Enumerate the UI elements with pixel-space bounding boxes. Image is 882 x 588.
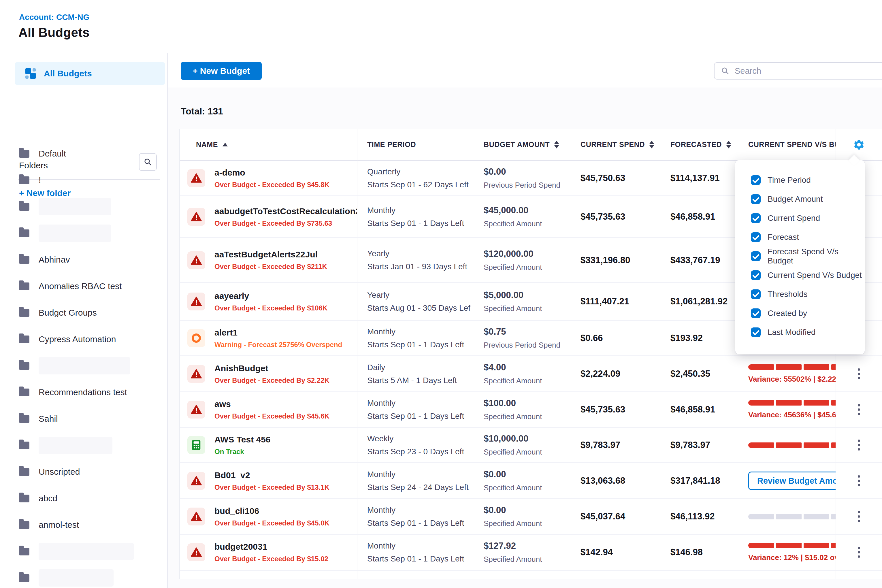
budget-status-icon-box bbox=[188, 365, 205, 383]
budget-amount-type: Previous Period Spend bbox=[484, 341, 566, 350]
column-menu-item-label: Forecast Spend V/s Budget bbox=[768, 247, 865, 266]
budget-name[interactable]: alert1 bbox=[214, 328, 342, 338]
row-menu-kebab-icon[interactable] bbox=[855, 472, 863, 489]
review-budget-amount-button[interactable]: Review Budget Amou bbox=[748, 471, 836, 490]
checked-checkbox-icon[interactable] bbox=[751, 290, 760, 299]
checked-checkbox-icon[interactable] bbox=[751, 270, 760, 280]
budget-status-icon-box bbox=[188, 329, 205, 347]
table-row[interactable]: AWS Test 456 On Track Weekly Starts Sep … bbox=[180, 428, 882, 463]
sort-icon[interactable] bbox=[650, 141, 654, 148]
budget-name[interactable]: a-demo bbox=[214, 168, 330, 177]
forecasted-value: $114,137.91 bbox=[670, 173, 720, 183]
folder-item[interactable]: Cypress Automation bbox=[0, 326, 166, 352]
column-menu-item[interactable]: Forecast Spend V/s Budget bbox=[735, 247, 865, 266]
folder-item[interactable] bbox=[0, 432, 166, 459]
column-menu-item[interactable]: Current Spend V/s Budget bbox=[735, 266, 865, 285]
checked-checkbox-icon[interactable] bbox=[751, 308, 760, 318]
table-header-row: NAME TIME PERIOD BUDGET AMOUNT CURRENT S… bbox=[180, 129, 882, 161]
budget-amount-value: $100.00 bbox=[484, 398, 566, 408]
checked-checkbox-icon[interactable] bbox=[751, 175, 760, 185]
checked-checkbox-icon[interactable] bbox=[751, 251, 760, 261]
table-row[interactable]: Bd01_v2 Over Budget - Exceeded By $13.1K… bbox=[180, 463, 882, 499]
sidebar-item-all-budgets[interactable]: All Budgets bbox=[15, 62, 165, 85]
row-menu-kebab-icon[interactable] bbox=[855, 401, 863, 418]
folder-item[interactable]: abcd bbox=[0, 485, 166, 512]
column-menu-item[interactable]: Last Modified bbox=[735, 323, 865, 342]
period-type: Monthly bbox=[367, 541, 470, 550]
folder-item[interactable] bbox=[0, 538, 166, 565]
folder-name: Default bbox=[39, 149, 66, 159]
budget-usage-bar bbox=[748, 514, 836, 519]
column-menu-item[interactable]: Forecast bbox=[735, 228, 865, 247]
column-header-time-period[interactable]: TIME PERIOD bbox=[357, 140, 470, 149]
row-menu-kebab-icon[interactable] bbox=[855, 544, 863, 561]
folder-item[interactable]: ! bbox=[0, 167, 166, 194]
folder-name: Recommendations test bbox=[39, 387, 127, 397]
folder-item[interactable]: Anomalies RBAC test bbox=[0, 273, 166, 300]
budget-search-box[interactable] bbox=[714, 62, 882, 80]
budget-name[interactable]: aabudgetToTestCostRecalculation2 bbox=[214, 206, 357, 216]
folder-item[interactable]: Sahil bbox=[0, 405, 166, 432]
budget-name[interactable]: aws bbox=[214, 399, 330, 409]
forecasted-cell: $114,137.91 bbox=[658, 161, 738, 195]
column-menu-item[interactable]: Budget Amount bbox=[735, 190, 865, 208]
folder-item[interactable]: Abhinav bbox=[0, 246, 166, 273]
budget-name[interactable]: Bd01_v2 bbox=[214, 470, 330, 480]
sort-icon[interactable] bbox=[554, 141, 559, 148]
column-header-forecasted[interactable]: FORECASTED bbox=[658, 140, 738, 149]
column-settings[interactable] bbox=[836, 139, 882, 151]
table-row[interactable]: bud_cli106 Over Budget - Exceeded By $45… bbox=[180, 499, 882, 535]
folder-item[interactable]: anmol-test bbox=[0, 512, 166, 538]
table-row[interactable]: aws Over Budget - Exceeded By $45.6K Mon… bbox=[180, 392, 882, 428]
folder-item[interactable]: Recommendations test bbox=[0, 379, 166, 405]
budget-name[interactable]: AWS Test 456 bbox=[214, 435, 271, 444]
account-breadcrumb-link[interactable]: Account: CCM-NG bbox=[19, 13, 89, 22]
row-actions-cell bbox=[836, 428, 882, 462]
budget-name[interactable]: AnishBudget bbox=[214, 363, 330, 373]
budget-status: Over Budget - Exceeded By $106K bbox=[214, 304, 327, 312]
folder-item[interactable] bbox=[0, 565, 166, 588]
budget-name[interactable]: bud_cli106 bbox=[214, 506, 330, 516]
column-menu-item[interactable]: Thresholds bbox=[735, 285, 865, 304]
row-menu-kebab-icon[interactable] bbox=[855, 436, 863, 453]
column-header-budget-amount[interactable]: BUDGET AMOUNT bbox=[470, 140, 566, 149]
folder-item[interactable]: Budget Groups bbox=[0, 300, 166, 326]
name-status-stack: aabudgetToTestCostRecalculation2 Over Bu… bbox=[214, 206, 357, 227]
column-header-spend-vs-budget[interactable]: CURRENT SPEND V/S BUDGE bbox=[738, 140, 836, 149]
budget-name[interactable]: budget20031 bbox=[214, 542, 328, 552]
column-menu-item[interactable]: Current Spend bbox=[735, 208, 865, 228]
sort-icon[interactable] bbox=[726, 141, 731, 148]
checked-checkbox-icon[interactable] bbox=[751, 194, 760, 204]
budget-amount-type: Specified Amount bbox=[484, 412, 566, 421]
table-row[interactable]: budget20031 Over Budget - Exceeded By $1… bbox=[180, 535, 882, 571]
budget-name-cell: aabudgetToTestCostRecalculation2 Over Bu… bbox=[180, 196, 357, 237]
checked-checkbox-icon[interactable] bbox=[751, 213, 760, 223]
column-header-current-spend[interactable]: CURRENT SPEND bbox=[566, 140, 658, 149]
forecasted-value: $146.98 bbox=[670, 547, 703, 558]
row-menu-kebab-icon[interactable] bbox=[855, 366, 863, 382]
row-menu-kebab-icon[interactable] bbox=[855, 508, 863, 525]
table-row[interactable]: AnishBudget Over Budget - Exceeded By $2… bbox=[180, 356, 882, 392]
budget-search-input[interactable] bbox=[734, 66, 862, 76]
column-menu-item[interactable]: Created by bbox=[735, 304, 865, 323]
gear-icon[interactable] bbox=[853, 139, 865, 151]
row-actions-cell bbox=[836, 356, 882, 392]
budget-amount-type: Specified Amount bbox=[484, 376, 566, 386]
folder-item[interactable] bbox=[0, 220, 166, 246]
folder-item[interactable] bbox=[0, 194, 166, 220]
budget-name-cell: budget20031 Over Budget - Exceeded By $1… bbox=[180, 535, 357, 570]
budget-name[interactable]: aayearly bbox=[214, 291, 327, 301]
budget-amount-cell: $120,000.00 Specified Amount bbox=[470, 238, 566, 282]
folder-item[interactable] bbox=[0, 352, 166, 379]
folder-item[interactable]: Unscripted bbox=[0, 459, 166, 485]
sidebar-all-budgets-label: All Budgets bbox=[44, 69, 92, 78]
column-menu-item[interactable]: Time Period bbox=[735, 171, 865, 190]
new-budget-button[interactable]: + New Budget bbox=[181, 62, 262, 80]
menu-items: Time Period Budget Amount Current Spend … bbox=[735, 171, 865, 342]
budget-name[interactable]: aaTestBudgetAlerts22Jul bbox=[214, 250, 327, 260]
checked-checkbox-icon[interactable] bbox=[751, 232, 760, 242]
folder-item[interactable]: Default bbox=[0, 140, 166, 167]
checked-checkbox-icon[interactable] bbox=[751, 327, 760, 337]
column-header-name[interactable]: NAME bbox=[180, 140, 357, 149]
current-spend-value: $45,735.63 bbox=[580, 212, 625, 222]
